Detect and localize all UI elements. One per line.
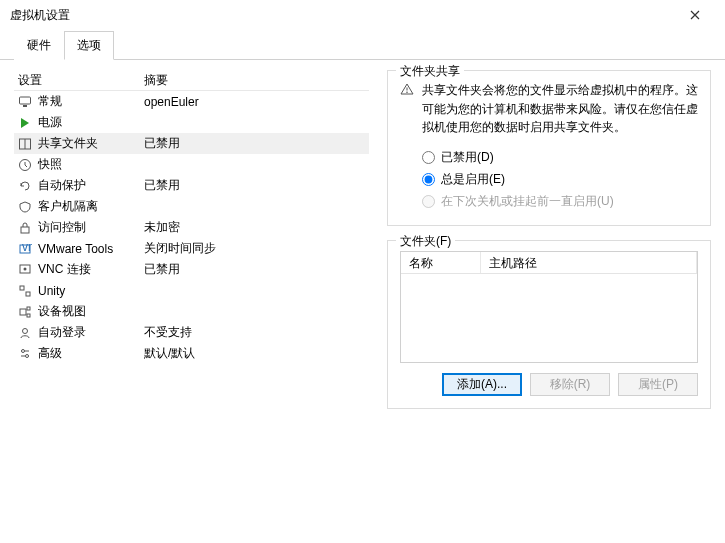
add-button[interactable]: 添加(A)... bbox=[442, 373, 522, 396]
folders-table[interactable]: 名称 主机路径 bbox=[400, 251, 698, 363]
svg-rect-10 bbox=[20, 286, 24, 290]
vnc-icon bbox=[18, 263, 32, 277]
share-warning: 共享文件夹会将您的文件显示给虚拟机中的程序。这可能为您的计算机和数据带来风险。请… bbox=[400, 81, 698, 137]
svg-point-21 bbox=[406, 91, 408, 93]
shield-icon bbox=[18, 200, 32, 214]
list-row-power[interactable]: 电源 bbox=[14, 112, 369, 133]
folder-icon bbox=[18, 137, 32, 151]
tab-strip: 硬件 选项 bbox=[0, 30, 725, 60]
list-row-vnc[interactable]: VNC 连接 已禁用 bbox=[14, 259, 369, 280]
svg-text:vm: vm bbox=[22, 242, 32, 254]
row-label: Unity bbox=[38, 284, 65, 298]
window-title: 虚拟机设置 bbox=[10, 7, 70, 24]
folder-sharing-title: 文件夹共享 bbox=[396, 63, 464, 80]
row-label: 共享文件夹 bbox=[38, 135, 98, 152]
svg-rect-12 bbox=[20, 309, 26, 315]
monitor-icon bbox=[18, 95, 32, 109]
row-summary: 未加密 bbox=[144, 219, 369, 236]
warning-icon bbox=[400, 82, 414, 96]
list-header: 设置 摘要 bbox=[14, 70, 369, 91]
share-warning-text: 共享文件夹会将您的文件显示给虚拟机中的程序。这可能为您的计算机和数据带来风险。请… bbox=[422, 81, 698, 137]
header-summary: 摘要 bbox=[144, 72, 369, 89]
list-row-appliance-view[interactable]: 设备视图 bbox=[14, 301, 369, 322]
svg-rect-13 bbox=[27, 307, 30, 310]
share-radios: 已禁用(D) 总是启用(E) 在下次关机或挂起前一直启用(U) bbox=[400, 147, 698, 213]
tab-hardware[interactable]: 硬件 bbox=[14, 31, 64, 60]
unity-icon bbox=[18, 284, 32, 298]
row-summary: openEuler bbox=[144, 95, 369, 109]
close-button[interactable] bbox=[675, 0, 715, 30]
radio-always[interactable]: 总是启用(E) bbox=[422, 169, 698, 191]
radio-always-input[interactable] bbox=[422, 173, 435, 186]
row-summary: 已禁用 bbox=[144, 261, 369, 278]
clock-icon bbox=[18, 158, 32, 172]
settings-list: 设置 摘要 常规 openEuler 电源 共享文件夹 已禁用 快照 自动保护 … bbox=[14, 70, 369, 423]
device-view-icon bbox=[18, 305, 32, 319]
play-icon bbox=[18, 116, 32, 130]
folders-table-header: 名称 主机路径 bbox=[401, 252, 697, 274]
list-row-vmware-tools[interactable]: vmVMware Tools 关闭时间同步 bbox=[14, 238, 369, 259]
list-row-general[interactable]: 常规 openEuler bbox=[14, 91, 369, 112]
row-label: 客户机隔离 bbox=[38, 198, 98, 215]
folders-group: 文件夹(F) 名称 主机路径 添加(A)... 移除(R) 属性(P) bbox=[387, 240, 711, 409]
row-summary: 关闭时间同步 bbox=[144, 240, 369, 257]
row-label: 设备视图 bbox=[38, 303, 86, 320]
close-icon bbox=[690, 10, 700, 20]
radio-disabled[interactable]: 已禁用(D) bbox=[422, 147, 698, 169]
svg-point-17 bbox=[22, 349, 25, 352]
svg-rect-14 bbox=[27, 314, 30, 317]
row-label: 电源 bbox=[38, 114, 62, 131]
radio-nextboot-input bbox=[422, 195, 435, 208]
list-row-autoprotect[interactable]: 自动保护 已禁用 bbox=[14, 175, 369, 196]
svg-rect-11 bbox=[26, 292, 30, 296]
list-row-shared-folders[interactable]: 共享文件夹 已禁用 bbox=[14, 133, 369, 154]
settings-icon bbox=[18, 347, 32, 361]
folders-col-name[interactable]: 名称 bbox=[401, 252, 481, 273]
title-bar: 虚拟机设置 bbox=[0, 0, 725, 30]
svg-point-9 bbox=[24, 267, 27, 270]
svg-point-15 bbox=[23, 328, 28, 333]
svg-point-19 bbox=[26, 354, 29, 357]
header-device: 设置 bbox=[14, 72, 144, 89]
tab-options[interactable]: 选项 bbox=[64, 31, 114, 60]
row-label: VMware Tools bbox=[38, 242, 113, 256]
row-label: 自动登录 bbox=[38, 324, 86, 341]
row-label: 自动保护 bbox=[38, 177, 86, 194]
row-summary: 已禁用 bbox=[144, 177, 369, 194]
row-summary: 不受支持 bbox=[144, 324, 369, 341]
svg-rect-5 bbox=[21, 227, 29, 233]
content-area: 设置 摘要 常规 openEuler 电源 共享文件夹 已禁用 快照 自动保护 … bbox=[0, 60, 725, 433]
refresh-icon bbox=[18, 179, 32, 193]
folders-buttons: 添加(A)... 移除(R) 属性(P) bbox=[400, 373, 698, 396]
user-icon bbox=[18, 326, 32, 340]
list-row-unity[interactable]: Unity bbox=[14, 280, 369, 301]
row-summary: 已禁用 bbox=[144, 135, 369, 152]
properties-button: 属性(P) bbox=[618, 373, 698, 396]
row-label: VNC 连接 bbox=[38, 261, 91, 278]
list-row-autologin[interactable]: 自动登录 不受支持 bbox=[14, 322, 369, 343]
lock-icon bbox=[18, 221, 32, 235]
row-label: 常规 bbox=[38, 93, 62, 110]
remove-button: 移除(R) bbox=[530, 373, 610, 396]
folders-col-path[interactable]: 主机路径 bbox=[481, 252, 697, 273]
list-row-guest-isolation[interactable]: 客户机隔离 bbox=[14, 196, 369, 217]
radio-nextboot: 在下次关机或挂起前一直启用(U) bbox=[422, 191, 698, 213]
row-label: 访问控制 bbox=[38, 219, 86, 236]
radio-disabled-input[interactable] bbox=[422, 151, 435, 164]
detail-panel: 文件夹共享 共享文件夹会将您的文件显示给虚拟机中的程序。这可能为您的计算机和数据… bbox=[387, 70, 711, 423]
row-label: 高级 bbox=[38, 345, 62, 362]
vmware-icon: vm bbox=[18, 242, 32, 256]
radio-disabled-label: 已禁用(D) bbox=[441, 149, 494, 166]
radio-always-label: 总是启用(E) bbox=[441, 171, 505, 188]
list-row-access-control[interactable]: 访问控制 未加密 bbox=[14, 217, 369, 238]
folder-sharing-group: 文件夹共享 共享文件夹会将您的文件显示给虚拟机中的程序。这可能为您的计算机和数据… bbox=[387, 70, 711, 226]
list-row-advanced[interactable]: 高级 默认/默认 bbox=[14, 343, 369, 364]
svg-rect-1 bbox=[23, 105, 27, 107]
row-summary: 默认/默认 bbox=[144, 345, 369, 362]
row-label: 快照 bbox=[38, 156, 62, 173]
folders-title: 文件夹(F) bbox=[396, 233, 455, 250]
radio-nextboot-label: 在下次关机或挂起前一直启用(U) bbox=[441, 193, 614, 210]
svg-rect-0 bbox=[20, 97, 31, 104]
list-row-snapshots[interactable]: 快照 bbox=[14, 154, 369, 175]
